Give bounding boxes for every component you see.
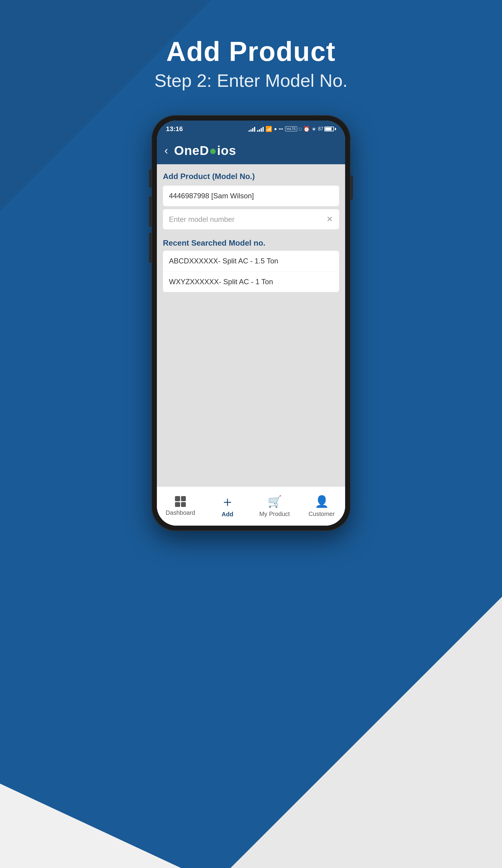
app-logo: OneD●ios [174, 143, 236, 158]
add-icon: ＋ [221, 495, 234, 508]
nav-label-add: Add [222, 511, 233, 518]
bottom-gray-area [157, 295, 345, 486]
nav-item-dashboard[interactable]: Dashboard [157, 496, 204, 516]
battery-tip [335, 128, 336, 130]
person-icon: 👤 [315, 495, 329, 508]
battery-body [324, 127, 334, 132]
battery-level: 87 [318, 126, 323, 132]
wifi-icon: 📶 [265, 126, 272, 132]
screen-content: Add Product (Model No.) 4446987998 [Sam … [157, 164, 345, 526]
nav-item-customer[interactable]: 👤 Customer [298, 495, 345, 517]
nav-item-my-product[interactable]: 🛒 My Product [251, 495, 298, 517]
recent-section: Recent Searched Model no. ABCDXXXXXX- Sp… [157, 234, 345, 295]
page-title: Add Product [154, 36, 348, 67]
whatsapp-icon: ● [274, 126, 277, 132]
dots-icon: ••• [279, 127, 283, 132]
recent-item-1-label: ABCDXXXXXX- Split AC - 1.5 Ton [169, 257, 278, 265]
search-input-row[interactable]: Enter model number ✕ [163, 209, 339, 229]
volume-down-button [149, 196, 151, 227]
nav-label-customer: Customer [309, 510, 335, 517]
recent-item-1[interactable]: ABCDXXXXXX- Split AC - 1.5 Ton [163, 251, 339, 271]
battery-indicator: 87 [318, 126, 336, 132]
signal-icon-2 [257, 126, 264, 132]
status-bar: 13:16 📶 ● [157, 121, 345, 137]
nav-item-add[interactable]: ＋ Add [204, 495, 251, 518]
nfc-icon: □ [299, 127, 301, 132]
logo-one: One [174, 143, 200, 158]
signal-icon [249, 126, 255, 132]
user-info-text: 4446987998 [Sam Wilson] [169, 192, 254, 200]
status-icons: 📶 ● ••• VoLTE □ ⏰ ∗ 87 [249, 126, 336, 132]
recent-item-2-label: WXYZXXXXXX- Split AC - 1 Ton [169, 278, 273, 286]
dashboard-icon [175, 496, 186, 507]
power-button [351, 175, 353, 199]
volume-up-button [149, 169, 151, 187]
status-time: 13:16 [166, 125, 183, 133]
logo-ios: ios [217, 143, 236, 158]
nav-label-my-product: My Product [259, 510, 290, 517]
recent-items-list: ABCDXXXXXX- Split AC - 1.5 Ton WXYZXXXXX… [163, 251, 339, 292]
add-product-section: Add Product (Model No.) 4446987998 [Sam … [157, 164, 345, 234]
app-header: ‹ OneD●ios [157, 137, 345, 164]
volte-badge: VoLTE [285, 126, 297, 132]
recent-title: Recent Searched Model no. [163, 238, 339, 248]
bluetooth-icon: ∗ [312, 126, 316, 132]
phone-wrapper: 13:16 📶 ● [151, 115, 351, 531]
phone-frame: 13:16 📶 ● [151, 115, 351, 531]
battery-fill [325, 127, 332, 131]
bg-shape-bottom-right [230, 597, 502, 868]
logo-green-dot: ● [209, 143, 217, 158]
alarm-icon: ⏰ [303, 126, 310, 132]
back-button[interactable]: ‹ [164, 144, 168, 157]
clear-button[interactable]: ✕ [327, 215, 333, 224]
bottom-nav: Dashboard ＋ Add 🛒 My Product 👤 [157, 486, 345, 526]
logo-d: D [200, 143, 209, 158]
cart-icon: 🛒 [268, 495, 282, 508]
bg-shape-bottom-left [0, 747, 181, 868]
user-info-card: 4446987998 [Sam Wilson] [163, 186, 339, 206]
page-header: Add Product Step 2: Enter Model No. [154, 36, 348, 91]
page-subtitle: Step 2: Enter Model No. [154, 70, 348, 91]
phone-screen: 13:16 📶 ● [157, 121, 345, 526]
bixby-button [149, 233, 151, 263]
search-placeholder-text: Enter model number [169, 215, 234, 224]
section-title: Add Product (Model No.) [163, 172, 339, 181]
nav-label-dashboard: Dashboard [165, 509, 195, 516]
recent-item-2[interactable]: WXYZXXXXXX- Split AC - 1 Ton [163, 271, 339, 292]
